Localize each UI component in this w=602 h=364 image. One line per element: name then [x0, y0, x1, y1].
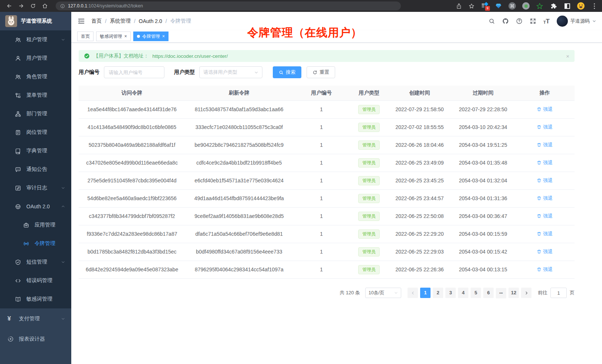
breadcrumb-oauth2[interactable]: OAuth 2.0 — [139, 18, 162, 24]
sidebar-item-label: 用户管理 — [26, 55, 47, 62]
user-type-cell: 管理员 — [350, 207, 388, 225]
sidebar-item-role[interactable]: 角色管理 — [0, 67, 71, 86]
sidebar-item-oauth2-token[interactable]: 令牌管理 — [0, 234, 71, 253]
extensions-puzzle-icon[interactable] — [550, 2, 557, 10]
sidebar-item-dept[interactable]: 部门管理 — [0, 105, 71, 123]
chevron-down-icon — [592, 19, 596, 23]
user-type-tag: 管理员 — [358, 140, 380, 150]
force-logout-link[interactable]: 强退 — [537, 213, 553, 219]
close-icon[interactable]: × — [124, 34, 127, 39]
search-button[interactable]: 搜索 — [273, 66, 301, 78]
tab-token[interactable]: 令牌管理× — [133, 32, 169, 41]
openbook-icon — [15, 296, 21, 302]
sidebar-item-user[interactable]: 用户管理 — [0, 49, 71, 67]
search-icon[interactable] — [488, 18, 495, 24]
force-logout-link[interactable]: 强退 — [537, 159, 553, 166]
close-icon[interactable]: × — [162, 34, 165, 39]
app-logo-row[interactable]: 芋道管理系统 — [0, 12, 71, 30]
github-icon[interactable] — [502, 18, 509, 24]
browser-menu-icon[interactable] — [591, 3, 598, 9]
sidebar-item-label: 报表设计器 — [19, 336, 45, 343]
reset-button[interactable]: 重置 — [307, 66, 335, 78]
doc-link[interactable]: https://doc.iocoder.cn/user-center/ — [153, 53, 228, 59]
user-id-input[interactable] — [104, 66, 164, 78]
sidebar-item-post[interactable]: 岗位管理 — [0, 123, 71, 142]
alert-close-icon[interactable]: × — [566, 53, 569, 59]
page-3[interactable]: 3 — [445, 288, 456, 298]
force-logout-link[interactable]: 强退 — [537, 195, 553, 202]
force-logout-link[interactable]: 强退 — [537, 177, 553, 184]
sidebar-item-label: 应用管理 — [35, 222, 55, 228]
user-menu[interactable]: 芋道源码 — [557, 16, 596, 27]
force-logout-link[interactable]: 强退 — [537, 231, 553, 237]
force-logout-link[interactable]: 强退 — [537, 142, 553, 148]
font-size-icon[interactable]: TT — [543, 18, 550, 24]
collapse-sidebar-icon[interactable] — [77, 17, 85, 25]
page-ellipsis[interactable]: ••• — [496, 288, 506, 298]
page-4[interactable]: 4 — [458, 288, 468, 298]
bookmark-star-icon[interactable] — [468, 3, 475, 9]
breadcrumb-home[interactable]: 首页 — [91, 18, 102, 24]
tab-sensitive-word[interactable]: 敏感词管理× — [96, 32, 131, 41]
help-icon[interactable] — [516, 18, 523, 24]
evernote-extension-icon[interactable] — [536, 2, 543, 10]
gem-extension-icon[interactable] — [495, 2, 502, 10]
breadcrumb-system[interactable]: 系统管理 — [110, 18, 131, 24]
force-logout-link[interactable]: 强退 — [537, 106, 553, 113]
page-12[interactable]: 12 — [508, 288, 519, 298]
tab-home[interactable]: 首页 — [77, 32, 94, 41]
sidebar-item-audit-log[interactable]: 审计日志 — [0, 179, 71, 197]
sidebar-item-menu[interactable]: 菜单管理 — [0, 86, 71, 105]
sidebar-item-pay[interactable]: ¥支付管理 — [0, 308, 71, 329]
split-screen-extension-icon[interactable] — [563, 2, 571, 10]
prev-page-button[interactable] — [408, 288, 418, 298]
sidebar-item-sms[interactable]: 短信管理 — [0, 253, 71, 271]
profile-avatar-icon[interactable] — [577, 2, 585, 10]
sidebar-item-oauth2[interactable]: OAuth 2.0 — [0, 197, 71, 216]
page-6[interactable]: 6 — [483, 288, 494, 298]
tab-group-extension-icon[interactable]: 9 — [481, 2, 488, 10]
refresh-token-cell: 811c530487574fa0af1a59d3abc1aa66 — [185, 100, 293, 118]
action-cell: 强退 — [515, 136, 575, 154]
sidebar-item-report-designer[interactable]: 报表设计器 — [0, 329, 71, 349]
created-cell: 2022-06-25 22:29:20 — [388, 225, 451, 243]
forward-icon[interactable] — [16, 1, 26, 11]
page-1[interactable]: 1 — [420, 288, 431, 298]
url-bar[interactable]: 127.0.0.1:1024/system/oauth2/token — [56, 1, 401, 10]
tree-icon — [15, 92, 21, 99]
fullscreen-icon[interactable] — [530, 18, 536, 24]
sidebar-item-sensitive-word[interactable]: 敏感词管理 — [0, 290, 71, 308]
share-icon[interactable] — [456, 3, 462, 9]
browser-chrome: 127.0.0.1:1024/system/oauth2/token 9 — [0, 0, 602, 12]
shortcut-extension-icon[interactable] — [508, 2, 516, 10]
sidebar-item-notice[interactable]: 通知公告 — [0, 160, 71, 179]
page-5[interactable]: 5 — [471, 288, 481, 298]
sidebar-item-error-code[interactable]: 错误码管理 — [0, 271, 71, 290]
recorder-extension-icon[interactable] — [522, 2, 530, 10]
reload-icon[interactable] — [28, 1, 38, 11]
table-row: 54d6be82ee5a460a9aedc1f9bf22365649d1aa46… — [79, 189, 575, 207]
sidebar-item-oauth2-app[interactable]: 应用管理 — [0, 216, 71, 234]
table-row: 1ea5e44f8bc1467aaede43144f31de76811c5304… — [79, 100, 575, 118]
site-info-icon[interactable] — [60, 4, 65, 9]
force-logout-link[interactable]: 强退 — [537, 248, 553, 255]
table-row: c347026e805e4d99b0d116eae66eda8ccdfc4ce9… — [79, 154, 575, 172]
user-type-cell: 管理员 — [350, 100, 388, 118]
sidebar-item-tenant[interactable]: 租户管理 — [0, 30, 71, 49]
page-2[interactable]: 2 — [433, 288, 443, 298]
page-size-select[interactable]: 10条/页 — [365, 288, 401, 298]
home-icon[interactable] — [40, 1, 50, 11]
back-icon[interactable] — [4, 1, 14, 11]
next-page-button[interactable] — [521, 288, 531, 298]
refresh-token-cell: b0df4980ffd34c67a08f9156e4eee733 — [185, 243, 293, 261]
sidebar-item-dict[interactable]: 字典管理 — [0, 142, 71, 160]
goto-page-input[interactable] — [550, 288, 567, 298]
expires-cell: 2054-03-04 01:32:04 — [451, 172, 515, 189]
access-token-cell: c347026e805e4d99b0d116eae66eda8c — [79, 154, 185, 172]
tab-label: 首页 — [81, 33, 90, 40]
refresh-token-cell: dfa6c71a50a54c66bef706ef9e6e8d81 — [185, 225, 293, 243]
force-logout-link[interactable]: 强退 — [537, 266, 553, 273]
user-type-select[interactable]: 请选择用户类型 — [199, 66, 262, 78]
force-logout-link[interactable]: 强退 — [537, 124, 553, 130]
expires-cell: 2054-03-04 00:36:47 — [451, 207, 515, 225]
